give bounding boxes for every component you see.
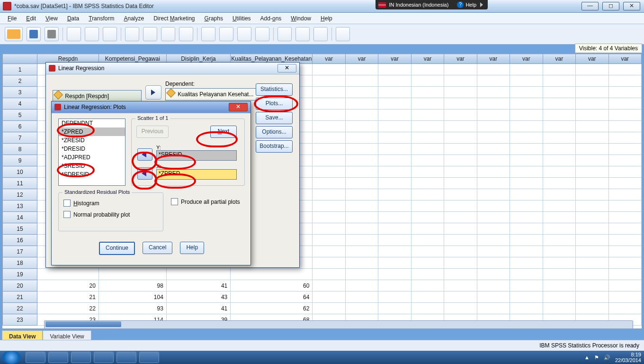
data-cell[interactable] — [345, 200, 378, 212]
data-cell[interactable] — [510, 235, 543, 246]
data-cell[interactable] — [510, 257, 543, 269]
data-cell[interactable] — [543, 98, 575, 109]
task-explorer[interactable] — [48, 352, 68, 363]
row-header[interactable]: 4 — [3, 98, 37, 109]
plot-variable-list[interactable]: DEPENDNT*ZPRED*ZRESID*DRESID*ADJPRED*SRE… — [58, 118, 125, 186]
data-cell[interactable] — [510, 212, 543, 223]
data-cell[interactable] — [510, 280, 543, 291]
data-cell[interactable] — [477, 189, 510, 200]
data-cell[interactable] — [477, 144, 510, 155]
data-cell[interactable] — [378, 189, 411, 200]
row-header[interactable]: 15 — [3, 223, 37, 235]
data-cell[interactable] — [345, 235, 378, 246]
data-cell[interactable] — [477, 64, 510, 75]
menu-view[interactable]: View — [41, 14, 63, 23]
print-icon[interactable] — [45, 27, 59, 41]
data-cell[interactable] — [411, 178, 444, 189]
data-cell[interactable] — [576, 280, 608, 291]
row-header[interactable]: 11 — [3, 178, 37, 189]
tray-flag-icon[interactable]: ⚑ — [594, 355, 599, 361]
data-cell[interactable] — [444, 144, 477, 155]
data-cell[interactable] — [576, 121, 608, 132]
data-cell[interactable]: 64 — [231, 291, 313, 303]
data-cell[interactable] — [444, 303, 477, 314]
data-cell[interactable]: 20 — [37, 280, 99, 291]
x-field[interactable]: *ZPRED — [156, 169, 237, 180]
recall-dialog-icon[interactable] — [67, 27, 81, 41]
column-header-empty[interactable]: var — [477, 54, 510, 64]
data-cell[interactable] — [411, 87, 444, 98]
scrollbar-thumb[interactable] — [45, 321, 121, 327]
open-icon[interactable] — [5, 27, 23, 41]
data-cell[interactable] — [345, 212, 378, 223]
data-cell[interactable] — [313, 132, 345, 144]
data-cell[interactable] — [576, 132, 608, 144]
data-cell[interactable] — [608, 303, 642, 314]
data-cell[interactable] — [345, 291, 378, 303]
data-cell[interactable] — [510, 64, 543, 75]
data-cell[interactable] — [313, 64, 345, 75]
data-cell[interactable] — [411, 212, 444, 223]
data-cell[interactable] — [608, 64, 642, 75]
row-header[interactable]: 19 — [3, 269, 37, 280]
data-cell[interactable] — [543, 269, 575, 280]
cancel-button[interactable]: Cancel — [143, 242, 172, 254]
data-cell[interactable] — [378, 246, 411, 257]
row-header[interactable]: 16 — [3, 235, 37, 246]
dialog2-close-button[interactable]: ✕ — [229, 103, 248, 111]
plots-button[interactable]: Plots... — [256, 98, 293, 110]
data-cell[interactable] — [378, 269, 411, 280]
data-cell[interactable] — [411, 223, 444, 235]
data-cell[interactable] — [378, 155, 411, 166]
data-cell[interactable] — [576, 269, 608, 280]
data-cell[interactable] — [543, 291, 575, 303]
data-cell[interactable] — [608, 235, 642, 246]
row-header[interactable]: 5 — [3, 109, 37, 121]
data-cell[interactable] — [510, 269, 543, 280]
task-media[interactable] — [71, 352, 91, 363]
data-cell[interactable] — [608, 166, 642, 178]
data-cell[interactable] — [543, 257, 575, 269]
data-cell[interactable] — [444, 280, 477, 291]
data-cell[interactable] — [313, 75, 345, 87]
data-cell[interactable] — [313, 291, 345, 303]
data-cell[interactable] — [345, 132, 378, 144]
row-header[interactable]: 14 — [3, 212, 37, 223]
data-cell[interactable] — [444, 155, 477, 166]
select-cases-icon[interactable] — [255, 27, 269, 41]
data-cell[interactable] — [510, 87, 543, 98]
redo-icon[interactable] — [103, 27, 117, 41]
task-spss[interactable] — [139, 352, 159, 363]
close-button[interactable]: ✕ — [623, 2, 640, 10]
data-cell[interactable] — [608, 291, 642, 303]
data-cell[interactable]: 41 — [166, 303, 230, 314]
data-cell[interactable] — [313, 269, 345, 280]
data-cell[interactable] — [444, 87, 477, 98]
data-cell[interactable] — [576, 189, 608, 200]
data-cell[interactable] — [345, 303, 378, 314]
data-cell[interactable] — [608, 280, 642, 291]
weight-cases-icon[interactable] — [237, 27, 251, 41]
data-cell[interactable] — [510, 75, 543, 87]
data-cell[interactable] — [313, 257, 345, 269]
data-cell[interactable] — [510, 189, 543, 200]
data-cell[interactable] — [313, 155, 345, 166]
data-cell[interactable] — [378, 121, 411, 132]
language-indicator[interactable]: IN Indonesian (Indonesia) ? Help — [376, 0, 488, 9]
bootstrap-button[interactable]: Bootstrap... — [256, 140, 293, 153]
data-cell[interactable] — [576, 75, 608, 87]
data-cell[interactable] — [444, 178, 477, 189]
data-cell[interactable] — [345, 109, 378, 121]
data-cell[interactable] — [477, 269, 510, 280]
data-cell[interactable] — [608, 144, 642, 155]
data-cell[interactable] — [313, 212, 345, 223]
data-cell[interactable] — [378, 291, 411, 303]
data-cell[interactable] — [378, 223, 411, 235]
goto-case-icon[interactable] — [125, 27, 139, 41]
variables-icon[interactable] — [161, 27, 175, 41]
data-cell[interactable] — [345, 98, 378, 109]
data-cell[interactable] — [543, 189, 575, 200]
value-labels-icon[interactable] — [277, 27, 292, 41]
data-cell[interactable] — [477, 87, 510, 98]
data-cell[interactable] — [378, 200, 411, 212]
